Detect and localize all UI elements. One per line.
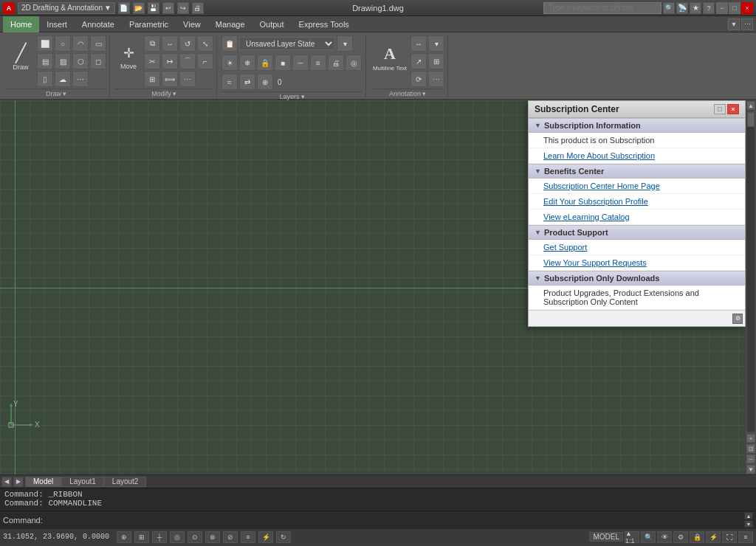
- vertical-scrollbar[interactable]: ▲ + ⊡ − ▼: [746, 100, 756, 474]
- workspace-settings-button[interactable]: ⚙: [673, 531, 688, 543]
- layer-properties-button[interactable]: 📋: [221, 35, 238, 52]
- scroll-thumb-v[interactable]: [747, 112, 755, 127]
- tab-layout1[interactable]: Layout1: [61, 477, 104, 487]
- support-requests-link[interactable]: View Your Support Requests: [529, 255, 745, 271]
- allow-disallow-button[interactable]: ⊘: [223, 531, 238, 543]
- chamfer-button[interactable]: ⌐: [197, 53, 213, 69]
- snap-mode-button[interactable]: ⊕: [117, 531, 131, 543]
- panel-close-button[interactable]: ×: [727, 104, 739, 114]
- tab-view[interactable]: View: [176, 16, 208, 32]
- panel-settings-icon[interactable]: ⚙: [732, 314, 743, 324]
- ribbon-options-icon[interactable]: ⋯: [741, 18, 753, 30]
- help-icon[interactable]: ?: [703, 2, 715, 14]
- annotation-scale-button[interactable]: ⟳: [410, 71, 427, 87]
- layer-select[interactable]: Unsaved Layer State: [239, 37, 335, 50]
- line-button[interactable]: ╱ Draw: [6, 35, 35, 80]
- section-only-downloads[interactable]: ▼ Subscription Only Downloads: [529, 271, 745, 286]
- annotation-scale-button[interactable]: 🔍: [641, 531, 656, 543]
- tab-output[interactable]: Output: [252, 16, 292, 32]
- sub-center-home-link[interactable]: Subscription Center Home Page: [529, 179, 745, 194]
- close-button[interactable]: ×: [741, 2, 753, 14]
- section-benefits-center[interactable]: ▼ Benefits Center: [529, 164, 745, 179]
- zoom-out-button[interactable]: −: [746, 455, 755, 463]
- modify-group-label[interactable]: Modify ▾: [114, 89, 213, 97]
- tab-parametric[interactable]: Parametric: [122, 16, 176, 32]
- grid-display-button[interactable]: ⊞: [134, 531, 149, 543]
- rotate-button[interactable]: ↺: [179, 35, 196, 52]
- wipeout-button[interactable]: ▯: [37, 71, 53, 87]
- hardware-acceleration-button[interactable]: ⚡: [706, 531, 721, 543]
- revision-cloud-button[interactable]: ☁: [55, 71, 71, 87]
- stretch-button[interactable]: ↔: [162, 35, 178, 52]
- boundary-button[interactable]: ⬡: [72, 53, 89, 69]
- elearning-catalog-link[interactable]: View eLearning Catalog: [529, 210, 745, 225]
- section-product-support[interactable]: ▼ Product Support: [529, 225, 745, 240]
- scroll-up-button[interactable]: ▲: [746, 101, 755, 110]
- show-lineweight-button[interactable]: ≡: [241, 531, 255, 543]
- trim-button[interactable]: ✂: [144, 53, 160, 69]
- section-subscription-info[interactable]: ▼ Subscription Information: [529, 118, 745, 133]
- layer-plot-button[interactable]: 🖨: [328, 55, 344, 71]
- match-layer-button[interactable]: ≈: [221, 74, 238, 90]
- polar-tracking-button[interactable]: ◎: [170, 531, 185, 543]
- dimension-more-button[interactable]: ▾: [428, 35, 444, 52]
- gradient-button[interactable]: ▨: [55, 53, 71, 69]
- status-more-button[interactable]: ≡: [738, 531, 753, 543]
- layer-linetype-button[interactable]: ─: [292, 55, 309, 71]
- copy-button[interactable]: ⧉: [144, 35, 160, 52]
- app-icon[interactable]: A: [3, 2, 15, 14]
- polyline-button[interactable]: ⬜: [37, 35, 53, 52]
- draw-group-label[interactable]: Draw ▾: [6, 89, 106, 97]
- annotation-more-button[interactable]: ⋯: [428, 71, 444, 87]
- ribbon-toggle-icon[interactable]: ▼: [728, 18, 740, 30]
- annotation-visibility-button[interactable]: 👁: [657, 531, 672, 543]
- scroll-down-button[interactable]: ▼: [746, 465, 755, 474]
- canvas-area[interactable]: X Y N S E W TOP WCS ▲ +: [0, 100, 756, 474]
- annotation-group-label[interactable]: Annotation ▾: [371, 89, 444, 97]
- communication-center-icon[interactable]: 📡: [676, 2, 688, 14]
- tab-scroll-right-button[interactable]: ▶: [13, 477, 24, 487]
- lock-ui-button[interactable]: 🔒: [690, 531, 704, 543]
- tab-home[interactable]: Home: [3, 16, 39, 32]
- layer-freeze-button[interactable]: ❄: [239, 55, 255, 71]
- layer-lineweight-button[interactable]: ≡: [310, 55, 326, 71]
- cmd-scroll-down-button[interactable]: ▼: [744, 520, 753, 528]
- zoom-in-button[interactable]: +: [746, 434, 755, 443]
- circle-button[interactable]: ○: [55, 35, 71, 52]
- tab-express-tools[interactable]: Express Tools: [292, 16, 357, 32]
- hatch-button[interactable]: ▤: [37, 53, 53, 69]
- arc-button[interactable]: ◠: [72, 35, 89, 52]
- region-button[interactable]: ◻: [90, 53, 106, 69]
- search-icon[interactable]: 🔍: [663, 2, 675, 14]
- search-input[interactable]: [543, 2, 662, 14]
- layers-group-label[interactable]: Layers ▾: [221, 91, 362, 100]
- object-snap-button[interactable]: ⊙: [188, 531, 202, 543]
- new-button[interactable]: 📄: [118, 2, 130, 14]
- get-support-link[interactable]: Get Support: [529, 240, 745, 255]
- minimize-button[interactable]: −: [716, 2, 728, 14]
- print-button[interactable]: 🖨: [192, 2, 204, 14]
- tab-manage[interactable]: Manage: [208, 16, 252, 32]
- cmd-scroll-up-button[interactable]: ▲: [744, 512, 753, 519]
- quick-properties-button[interactable]: ⚡: [258, 531, 273, 543]
- dimension-button[interactable]: ↔: [410, 35, 427, 52]
- array-button[interactable]: ⊞: [144, 71, 160, 87]
- undo-button[interactable]: ↩: [162, 2, 174, 14]
- fillet-button[interactable]: ⌒: [179, 53, 196, 69]
- ortho-mode-button[interactable]: ┼: [152, 531, 167, 543]
- table-button[interactable]: ⊞: [428, 53, 444, 69]
- tab-annotate[interactable]: Annotate: [75, 16, 122, 32]
- scale-button[interactable]: ⤡: [197, 35, 213, 52]
- extend-button[interactable]: ↦: [162, 53, 178, 69]
- workspace-selector[interactable]: 2D Drafting & Annotation ▼: [18, 2, 115, 14]
- redo-button[interactable]: ↪: [177, 2, 189, 14]
- save-button[interactable]: 💾: [148, 2, 159, 14]
- layer-off-button[interactable]: ☀: [221, 55, 238, 71]
- selection-cycling-button[interactable]: ↻: [276, 531, 291, 543]
- layer-state-dropdown[interactable]: ▾: [337, 35, 353, 52]
- layer-isolate-button[interactable]: ◎: [346, 55, 362, 71]
- layer-walk-button[interactable]: ⊕: [257, 74, 273, 90]
- open-button[interactable]: 📂: [133, 2, 145, 14]
- tab-layout2[interactable]: Layout2: [104, 477, 147, 487]
- draw-more-button[interactable]: ⋯: [72, 71, 89, 87]
